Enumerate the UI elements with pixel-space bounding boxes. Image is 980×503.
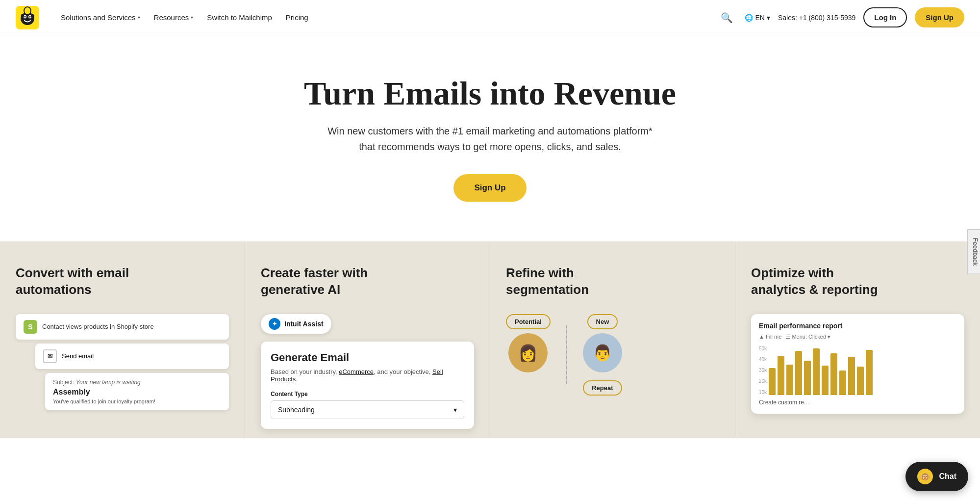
content-type-value: Subheading [278,406,315,414]
feedback-tab[interactable]: Feedback [967,229,980,274]
chevron-down-icon: ▾ [767,14,770,22]
search-icon: 🔍 [721,12,733,23]
feature-title-segmentation: Refine with segmentation [506,265,633,298]
feature-card-segmentation: Refine with segmentation Potential 👩 New… [490,241,735,438]
intuit-assist-badge: ✦ Intuit Assist [261,314,331,334]
bar-chart [769,346,873,395]
send-email-label: Send email [62,352,94,360]
avatar-potential: 👩 [508,333,548,372]
nav-solutions[interactable]: Solutions and Services ▾ [55,9,146,26]
y-label: 30k [759,368,767,373]
svg-point-7 [25,7,30,14]
generate-email-card: Generate Email Based on your industry, e… [261,342,474,429]
chevron-down-icon: ▾ [191,15,193,20]
login-button[interactable]: Log In [863,7,907,27]
intuit-assist-label: Intuit Assist [284,320,324,328]
nav-switch[interactable]: Switch to Mailchimp [201,9,278,26]
subject-prefix: Subject: Your new lamp is waiting [53,379,221,386]
repeat-badge: Repeat [583,380,622,396]
email-preview-card: Subject: Your new lamp is waiting Assemb… [45,373,229,410]
y-label: 50k [759,346,767,351]
analytics-visual: Email performance report ▲ Fill me ☰ Men… [751,314,964,414]
sales-phone: Sales: +1 (800) 315-5939 [778,14,855,22]
bar-chart-container: 50k 40k 30k 20k 10k [759,346,956,395]
language-selector[interactable]: 🌐 EN ▾ [745,14,770,22]
email-icon: ✉ [43,349,57,363]
feature-title-ai: Create faster with generative AI [261,265,388,298]
email-card-body: You've qualified to join our loyalty pro… [53,398,221,404]
svg-point-9 [31,14,34,18]
bar-2 [778,356,784,395]
trigger-box: S Contact views products in Shopify stor… [16,314,229,340]
bar-11 [857,367,864,395]
potential-badge: Potential [506,314,551,329]
automation-flow-visual: S Contact views products in Shopify stor… [16,314,229,410]
bar-3 [786,365,793,395]
fill-control[interactable]: ▲ Fill me [759,334,781,340]
site-header: Solutions and Services ▾ Resources ▾ Swi… [0,0,980,35]
y-label: 40k [759,357,767,362]
chart-y-labels: 50k 40k 30k 20k 10k [759,346,767,395]
generate-email-desc: Based on your industry, eCommerce, and y… [271,368,464,383]
svg-point-8 [21,14,24,18]
report-title: Email performance report [759,322,956,330]
intuit-assist-icon: ✦ [269,318,280,330]
feedback-label: Feedback [972,238,979,265]
header-left: Solutions and Services ▾ Resources ▾ Swi… [16,6,314,29]
feature-title-automations: Convert with email automations [16,265,143,298]
bar-7 [822,366,829,395]
search-button[interactable]: 🔍 [717,8,737,27]
bar-9 [839,371,846,395]
signup-button-header[interactable]: Sign Up [915,7,964,27]
segment-potential: Potential 👩 [506,314,551,372]
bar-10 [848,357,855,395]
bar-1 [769,368,776,395]
y-label: 20k [759,378,767,384]
logo[interactable] [16,6,39,29]
email-card-title: Assembly [53,388,221,397]
segment-divider [566,325,567,384]
bar-12 [866,350,873,395]
globe-icon: 🌐 [745,14,753,22]
nav-pricing[interactable]: Pricing [280,9,314,26]
y-label: 10k [759,390,767,395]
shopify-icon: S [24,320,37,334]
bar-4 [795,351,802,395]
bar-6 [813,348,820,395]
custom-report-label: Create custom re... [759,399,956,406]
send-email-box: ✉ Send email [35,344,229,369]
svg-point-5 [29,16,31,18]
feature-card-ai: Create faster with generative AI ✦ Intui… [245,241,490,438]
hero-subheading: Win new customers with the #1 email mark… [319,123,662,155]
main-nav: Solutions and Services ▾ Resources ▾ Swi… [55,9,314,26]
features-section: Convert with email automations S Contact… [0,241,980,438]
content-type-label: Content Type [271,391,464,397]
feature-card-automations: Convert with email automations S Contact… [0,241,245,438]
content-type-select[interactable]: Subheading ▾ [271,400,464,419]
nav-resources[interactable]: Resources ▾ [148,9,200,26]
new-badge: New [587,314,618,329]
menu-control[interactable]: ☰ Menu: Clicked ▾ [785,334,830,340]
ai-visual: ✦ Intuit Assist Generate Email Based on … [261,314,474,429]
segment-new: New 👨 Repeat [583,314,622,396]
chevron-down-icon: ▾ [453,406,457,414]
feature-card-analytics: Optimize with analytics & reporting Emai… [735,241,980,438]
svg-point-4 [25,16,26,18]
bar-8 [830,353,837,395]
hero-heading: Turn Emails into Revenue [304,75,676,112]
signup-button-hero[interactable]: Sign Up [453,174,526,202]
header-right: 🔍 🌐 EN ▾ Sales: +1 (800) 315-5939 Log In… [717,7,964,27]
hero-section: Turn Emails into Revenue Win new custome… [0,35,980,241]
bar-5 [804,361,811,395]
report-controls: ▲ Fill me ☰ Menu: Clicked ▾ [759,334,956,340]
chevron-down-icon: ▾ [138,15,140,20]
feature-title-analytics: Optimize with analytics & reporting [751,265,879,298]
segmentation-visual: Potential 👩 New 👨 Repeat [506,314,719,396]
avatar-new: 👨 [583,333,622,372]
trigger-label: Contact views products in Shopify store [42,323,154,330]
generate-email-title: Generate Email [271,351,464,364]
